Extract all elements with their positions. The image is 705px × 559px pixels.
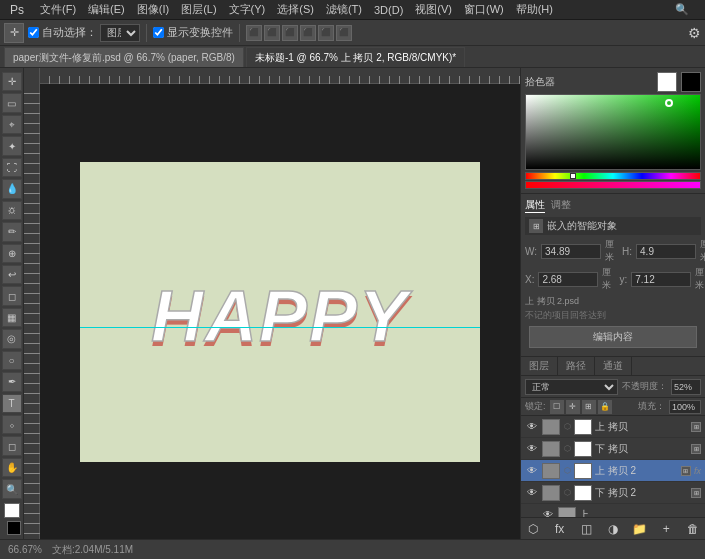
menu-layer[interactable]: 图层(L) [175, 2, 222, 17]
h-unit: 厘米 [700, 238, 705, 264]
y-input[interactable] [631, 272, 691, 287]
brush-tool[interactable]: ✏ [2, 222, 22, 241]
lock-artboard-btn[interactable]: ⊞ [582, 400, 596, 414]
auto-select-checkbox[interactable]: 自动选择： 图层 [28, 24, 140, 42]
width-input[interactable] [541, 244, 601, 259]
canvas-container: HAPPY HAPPY [40, 84, 520, 539]
fill-input[interactable] [669, 400, 701, 414]
history-brush[interactable]: ↩ [2, 265, 22, 284]
gradient-tool[interactable]: ▦ [2, 308, 22, 327]
smart-object-icon: ⊞ [529, 219, 543, 233]
lock-position-btn[interactable]: ✛ [566, 400, 580, 414]
auto-select-label: 自动选择： [42, 25, 97, 40]
tab-paths[interactable]: 路径 [558, 357, 595, 375]
layer-thumbnail [542, 419, 560, 435]
layer-name: 下 拷贝 [595, 442, 688, 456]
new-adjustment-btn[interactable]: ◑ [605, 521, 621, 537]
color-gradient[interactable] [525, 94, 701, 170]
menu-image[interactable]: 图像(I) [131, 2, 175, 17]
link-layers-btn[interactable]: ⬡ [525, 521, 541, 537]
menu-edit[interactable]: 编辑(E) [82, 2, 131, 17]
search-icon[interactable]: 🔍 [669, 3, 695, 16]
layer-item[interactable]: 👁 上 [521, 504, 705, 517]
tab-untitled[interactable]: 未标题-1 @ 66.7% 上 拷贝 2, RGB/8/CMYK)* [246, 47, 465, 67]
delete-layer-btn[interactable]: 🗑 [685, 521, 701, 537]
show-transform-checkbox[interactable]: 显示变换控件 [153, 25, 233, 40]
zoom-tool[interactable]: 🔍 [2, 479, 22, 498]
menu-file[interactable]: 文件(F) [34, 2, 82, 17]
visibility-toggle[interactable]: 👁 [525, 442, 539, 456]
marquee-tool[interactable]: ▭ [2, 93, 22, 112]
height-input[interactable] [636, 244, 696, 259]
fx-badge: fx [694, 466, 701, 476]
add-mask-btn[interactable]: ◫ [578, 521, 594, 537]
visibility-toggle[interactable]: 👁 [525, 486, 539, 500]
tab-adjustments[interactable]: 调整 [551, 198, 571, 213]
hand-tool[interactable]: ✋ [2, 458, 22, 477]
hue-slider[interactable] [525, 172, 701, 180]
patch-tool[interactable]: ⛭ [2, 201, 22, 220]
properties-panel: 属性 调整 ⊞ 嵌入的智能对象 W: 厘米 H: 厘米 X: 厘米 y [521, 194, 705, 357]
shape-tool[interactable]: ◻ [2, 436, 22, 455]
canvas[interactable]: HAPPY HAPPY [80, 162, 480, 462]
tab-channels[interactable]: 通道 [595, 357, 632, 375]
layer-link: ⬡ [563, 485, 571, 501]
magic-wand-tool[interactable]: ✦ [2, 136, 22, 155]
layer-item[interactable]: 👁 ⬡ 下 拷贝 ⊞ [521, 438, 705, 460]
foreground-color[interactable] [4, 503, 20, 519]
visibility-toggle[interactable]: 👁 [525, 464, 539, 478]
move-tool[interactable]: ✛ [2, 72, 22, 91]
guide-horizontal[interactable] [80, 327, 480, 328]
clone-tool[interactable]: ⊕ [2, 244, 22, 263]
smart-object-header: ⊞ 嵌入的智能对象 [525, 217, 701, 235]
settings-icon[interactable]: ⚙ [688, 25, 701, 41]
tab-layers-panel[interactable]: 图层 [521, 357, 558, 375]
edit-content-button[interactable]: 编辑内容 [529, 326, 697, 348]
layer-item[interactable]: 👁 ⬡ 上 拷贝 2 ⊞ fx [521, 460, 705, 482]
move-tool-icon[interactable]: ✛ [4, 23, 24, 43]
menu-type[interactable]: 文字(Y) [223, 2, 272, 17]
crop-tool[interactable]: ⛶ [2, 158, 22, 177]
type-tool[interactable]: T [2, 394, 22, 413]
tab-properties[interactable]: 属性 [525, 198, 545, 213]
lock-all-btn[interactable]: 🔒 [598, 400, 612, 414]
ruler-top: // ruler ticks - done in CSS instead [40, 68, 520, 84]
main-area: ✛ ▭ ⌖ ✦ ⛶ 💧 ⛭ ✏ ⊕ ↩ ◻ ▦ ◎ ○ ✒ T ⬦ ◻ ✋ 🔍 … [0, 68, 705, 539]
x-input[interactable] [538, 272, 598, 287]
path-select-tool[interactable]: ⬦ [2, 415, 22, 434]
background-swatch[interactable] [681, 72, 701, 92]
blend-mode-select[interactable]: 正常 [525, 379, 618, 395]
layer-item[interactable]: 👁 ⬡ 下 拷贝 2 ⊞ [521, 482, 705, 504]
visibility-toggle[interactable]: 👁 [525, 420, 539, 434]
visibility-toggle[interactable]: 👁 [541, 508, 555, 518]
menu-view[interactable]: 视图(V) [409, 2, 458, 17]
menu-3d[interactable]: 3D(D) [368, 4, 409, 16]
background-color[interactable] [7, 521, 21, 535]
lock-pixels-btn[interactable]: ☐ [550, 400, 564, 414]
new-group-btn[interactable]: 📁 [632, 521, 648, 537]
foreground-swatch[interactable] [657, 72, 677, 92]
opacity-input[interactable] [671, 379, 701, 395]
smart-object-label: 嵌入的智能对象 [547, 219, 617, 233]
menu-filter[interactable]: 滤镜(T) [320, 2, 368, 17]
layer-item[interactable]: 👁 ⬡ 上 拷贝 ⊞ [521, 416, 705, 438]
eraser-tool[interactable]: ◻ [2, 286, 22, 305]
auto-select-dropdown[interactable]: 图层 [100, 24, 140, 42]
layer-link: ⬡ [563, 463, 571, 479]
blur-tool[interactable]: ◎ [2, 329, 22, 348]
pen-tool[interactable]: ✒ [2, 372, 22, 391]
eyedropper-tool[interactable]: 💧 [2, 179, 22, 198]
new-layer-btn[interactable]: + [658, 521, 674, 537]
x-label: X: [525, 274, 534, 285]
menu-help[interactable]: 帮助(H) [510, 2, 559, 17]
menu-select[interactable]: 选择(S) [271, 2, 320, 17]
dodge-tool[interactable]: ○ [2, 351, 22, 370]
add-style-btn[interactable]: fx [552, 521, 568, 537]
layer-name: 下 拷贝 2 [595, 486, 688, 500]
saturation-slider[interactable] [525, 181, 701, 189]
menu-window[interactable]: 窗口(W) [458, 2, 510, 17]
smart-object-badge: ⊞ [691, 444, 701, 454]
smart-object-badge: ⊞ [691, 422, 701, 432]
lasso-tool[interactable]: ⌖ [2, 115, 22, 134]
tab-paper[interactable]: paper测文件-修复前.psd @ 66.7% (paper, RGB/8) [4, 47, 244, 67]
